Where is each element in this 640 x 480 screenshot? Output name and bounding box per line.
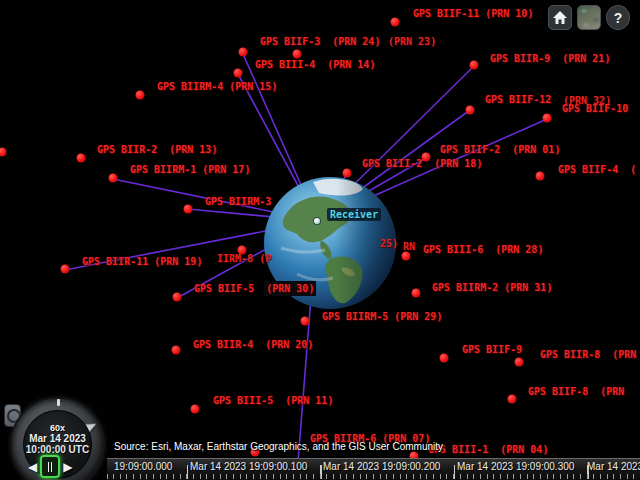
gps-biif-12-label: GPS BIIF-12 — [485, 94, 551, 105]
timeline-tick-label: Mar 14 2023 19:09:00.300 — [457, 461, 574, 472]
gps-biif-4-label: GPS BIIF-4 ( — [558, 164, 636, 175]
gps-biirm-5-label: GPS BIIRM-5 (PRN 29) — [322, 311, 442, 322]
gps-biir-8-dot[interactable] — [515, 358, 524, 367]
gps-biii-6-dot[interactable] — [402, 252, 411, 261]
gps-biif-8-label: GPS BIIF-8 (PRN — [528, 386, 624, 397]
timeline-tick-label: Mar 14 2023 19:09:00.100 — [190, 461, 307, 472]
home-icon — [552, 10, 568, 25]
gps-biif-5-dot[interactable] — [173, 293, 182, 302]
animation-widget: 60x Mar 14 2023 10:00:00 UTC ◀ ▶ — [0, 393, 112, 480]
gps-biii-6-label: GPS BIII-6 (PRN 28) — [423, 244, 543, 255]
receiver-point[interactable] — [314, 218, 320, 224]
gps-biii-5-label: GPS BIII-5 (PRN 11) — [213, 395, 333, 406]
gps-biii-5-dot[interactable] — [191, 405, 200, 414]
gps-biirm-4-label: GPS BIIRM-4 (PRN 15) — [157, 81, 277, 92]
gps-biir-2-label: GPS BIIR-2 (PRN 13) — [97, 144, 217, 155]
timeline[interactable]: 19:09:00.000Mar 14 2023 19:09:00.100Mar … — [107, 458, 640, 480]
gps-biirm-1-dot[interactable] — [109, 174, 118, 183]
timeline-tick-label: 19:09:00.000 — [114, 461, 172, 472]
gps-biif-10-dot[interactable] — [543, 114, 552, 123]
gps-biii-2-dot[interactable] — [343, 169, 352, 178]
satellite-dot[interactable] — [293, 50, 302, 59]
gps-biir-11-dot[interactable] — [61, 265, 70, 274]
imagery-thumbnail-icon — [578, 6, 600, 29]
gps-biir-9-label: GPS BIIR-9 (PRN 21) — [490, 53, 610, 64]
receiver-label: Receiver — [327, 208, 381, 221]
play-forward-button[interactable]: ▶ — [63, 457, 72, 477]
home-button[interactable] — [548, 5, 572, 30]
timeline-tick-label: Mar 14 2023 — [587, 461, 640, 472]
speed-label: 60x — [24, 423, 91, 433]
gps-biirm-2-dot[interactable] — [412, 289, 421, 298]
gps-biif-3-label: GPS BIIF-3 (PRN 24) — [260, 36, 380, 47]
gps-biii-4-label: GPS BIII-4 (PRN 14) — [255, 59, 375, 70]
gps-biif-4-dot[interactable] — [536, 172, 545, 181]
gps-biif-8-dot[interactable] — [508, 395, 517, 404]
timeline-minor-ticks — [107, 474, 640, 479]
gps-biif-9-dot[interactable] — [440, 354, 449, 363]
gps-biii-1-label: GPS BIII-1 (PRN 04) — [428, 444, 548, 455]
date-label: Mar 14 2023 — [24, 433, 91, 444]
question-mark-icon: ? — [614, 10, 623, 26]
satellite-label-fragment: RN — [403, 241, 415, 252]
gps-biif-11-dot[interactable] — [391, 18, 400, 27]
gps-biif-2-label: GPS BIIF-2 (PRN 01) — [440, 144, 560, 155]
gps-biirm-2-label: GPS BIIRM-2 (PRN 31) — [432, 282, 552, 293]
gps-biirm-3-dot[interactable] — [184, 205, 193, 214]
gps-biirm-4-dot[interactable] — [136, 91, 145, 100]
satellite-dot[interactable] — [238, 246, 247, 255]
gps-biif-5-label: GPS BIIF-5 (PRN 30) — [194, 283, 314, 294]
shuttle-ring-notch — [57, 399, 60, 406]
pause-button[interactable] — [40, 455, 60, 478]
satellite-label-fragment: 25) — [380, 238, 398, 249]
gps-biir-4-dot[interactable] — [172, 346, 181, 355]
gps-biir-2-dot[interactable] — [77, 154, 86, 163]
gps-biii-2-label: GPS BIII-2 (PRN 18) — [362, 158, 482, 169]
help-button[interactable]: ? — [606, 5, 630, 30]
imagery-picker-button[interactable] — [577, 5, 601, 30]
cesium-viewer[interactable]: GPS BIIF-11 (PRN 10) GPS BIIF-3 (PRN 24)… — [0, 0, 640, 480]
satellite-label-fragment: IIRM-8 (P — [217, 253, 271, 264]
gps-biif-11-label: GPS BIIF-11 (PRN 10) — [413, 8, 533, 19]
gps-biif-12-dot[interactable] — [466, 106, 475, 115]
gps-biir-9-dot[interactable] — [470, 61, 479, 70]
animation-buttons: ◀ ▶ — [28, 455, 72, 478]
gps-biii-4-dot[interactable] — [234, 69, 243, 78]
toolbar: ? — [548, 5, 630, 30]
gps-biir-4-label: GPS BIIR-4 (PRN 20) — [193, 339, 313, 350]
gps-biir-11-label: GPS BIIR-11 (PRN 19) — [82, 256, 202, 267]
play-reverse-button[interactable]: ◀ — [28, 457, 37, 477]
gps-biif-9-label: GPS BIIF-9 — [462, 344, 522, 355]
gps-biir-8-label: GPS BIIR-8 (PRN — [540, 349, 636, 360]
gps-biif-3-dot[interactable] — [239, 48, 248, 57]
gps-biif-10-label: GPS BIIF-10 — [562, 103, 628, 114]
gps-biirm-3-label: GPS BIIRM-3 — [205, 196, 271, 207]
timeline-tick-label: Mar 14 2023 19:09:00.200 — [323, 461, 440, 472]
gps-biirm-5-dot[interactable] — [301, 317, 310, 326]
map-credit: Source: Esri, Maxar, Earthstar Geographi… — [114, 441, 443, 452]
satellite-label-fragment: (PRN 23) — [388, 36, 436, 47]
time-label: 10:00:00 UTC — [24, 444, 91, 455]
gps-biirm-1-label: GPS BIIRM-1 (PRN 17) — [130, 164, 250, 175]
